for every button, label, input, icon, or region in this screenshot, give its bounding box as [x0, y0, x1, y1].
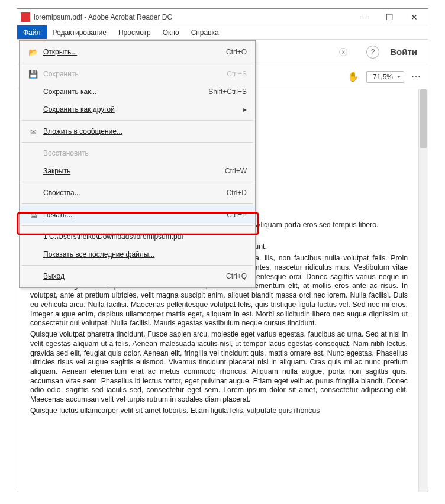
menu-item-label: Вложить в сообщение... [40, 127, 247, 135]
menu-help[interactable]: Справка [185, 25, 225, 39]
help-icon[interactable]: ? [366, 46, 379, 59]
menu-item-save-as-other[interactable]: Сохранить как другой ▸ [20, 101, 255, 118]
menu-item-shortcut: Shift+Ctrl+S [208, 88, 247, 96]
menu-item-shortcut: Ctrl+O [226, 48, 247, 56]
vertical-scrollbar[interactable]: ▴ [418, 89, 428, 492]
menu-file[interactable]: Файл [17, 25, 47, 39]
menu-separator [22, 265, 253, 266]
menubar: Файл Редактирование Просмотр Окно Справк… [17, 25, 428, 40]
menu-item-label: Показать все последние файлы... [40, 250, 247, 259]
close-icon: × [339, 48, 347, 56]
menu-item-recent-1[interactable]: 1 C:\Users\nelko\Downloads\loremipsum.pd… [20, 228, 255, 245]
menu-item-close[interactable]: Закрыть Ctrl+W [20, 162, 255, 180]
doc-para: Quisque luctus ullamcorper velit sit ame… [30, 406, 408, 416]
menu-separator [22, 120, 253, 121]
menu-item-attach-email[interactable]: ✉ Вложить в сообщение... [20, 122, 255, 140]
menu-item-shortcut: Ctrl+D [227, 189, 247, 197]
close-window-button[interactable]: ✕ [402, 9, 427, 25]
menu-item-show-all-recent[interactable]: Показать все последние файлы... [20, 245, 255, 263]
minimize-button[interactable]: — [352, 9, 377, 25]
zoom-level-select[interactable]: 71,5% [366, 71, 404, 83]
menu-item-save-as[interactable]: Сохранить как... Shift+Ctrl+S [20, 83, 255, 101]
menu-item-label: Восстановить [40, 149, 247, 157]
maximize-button[interactable]: ☐ [377, 9, 402, 25]
menu-separator [22, 63, 253, 63]
menu-item-label: Выход [40, 272, 226, 280]
menu-item-shortcut: Ctrl+S [227, 70, 247, 78]
menu-separator [22, 203, 253, 204]
save-icon: 💾 [27, 70, 40, 79]
menu-item-label: Открыть... [40, 48, 226, 56]
pdf-icon [21, 12, 30, 22]
menu-item-open[interactable]: 📂 Открыть... Ctrl+O [20, 43, 255, 61]
menu-item-properties[interactable]: Свойства... Ctrl+D [20, 184, 255, 202]
print-icon: 🖶 [27, 211, 40, 219]
file-dropdown-menu: 📂 Открыть... Ctrl+O 💾 Сохранить Ctrl+S С… [19, 40, 256, 288]
menu-item-label: Свойства... [40, 189, 227, 197]
menu-item-shortcut: Ctrl+P [227, 211, 247, 219]
menu-item-label: Закрыть [40, 167, 225, 175]
email-icon: ✉ [27, 127, 40, 136]
menu-item-label: 1 C:\Users\nelko\Downloads\loremipsum.pd… [40, 232, 247, 241]
menu-separator [22, 142, 253, 143]
menu-separator [22, 182, 253, 182]
menu-item-label: Сохранить как другой [40, 105, 243, 114]
menu-item-revert: Восстановить [20, 144, 255, 162]
window-title: loremipsum.pdf - Adobe Acrobat Reader DC [34, 13, 352, 21]
menu-window[interactable]: Окно [157, 25, 185, 39]
menu-item-label: Сохранить как... [40, 88, 208, 96]
menu-item-save: 💾 Сохранить Ctrl+S [20, 65, 255, 83]
menu-item-shortcut: Ctrl+Q [226, 272, 247, 280]
doc-para: Quisque volutpat pharetra tincidunt. Fus… [30, 330, 408, 405]
menu-item-label: Сохранить [40, 70, 227, 78]
menu-view[interactable]: Просмотр [112, 25, 157, 39]
menu-item-print[interactable]: 🖶 Печать... Ctrl+P [20, 206, 255, 224]
menu-item-label: Печать... [40, 211, 227, 219]
tab-close[interactable]: × [339, 48, 347, 56]
scrollbar-thumb[interactable] [420, 89, 427, 148]
menu-edit[interactable]: Редактирование [47, 25, 112, 39]
menu-separator [22, 225, 253, 226]
sign-in-button[interactable]: Войти [384, 47, 423, 57]
menu-item-exit[interactable]: Выход Ctrl+Q [20, 267, 255, 285]
menu-item-shortcut: Ctrl+W [225, 167, 247, 175]
submenu-arrow-icon: ▸ [243, 105, 247, 114]
more-tools-button[interactable]: ⋯ [409, 71, 423, 82]
titlebar: loremipsum.pdf - Adobe Acrobat Reader DC… [17, 9, 428, 25]
folder-open-icon: 📂 [27, 48, 40, 57]
hand-tool-icon[interactable]: ✋ [345, 69, 362, 85]
